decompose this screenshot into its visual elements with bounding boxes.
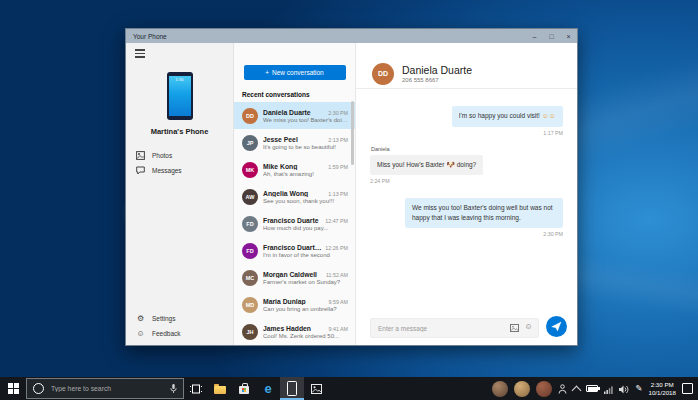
conversation-preview: See you soon, thank you!!! — [263, 198, 348, 204]
avatar: MD — [242, 297, 258, 313]
search-input[interactable] — [49, 384, 165, 393]
conversation-list: + New conversation Recent conversations … — [234, 43, 356, 345]
people-contact-avatar[interactable] — [514, 381, 530, 397]
conversation-time: 1:13 PM — [328, 191, 348, 197]
messages-icon — [136, 166, 145, 175]
conversation-name: Francisco Duarte — [263, 217, 322, 224]
window-title: Your Phone — [133, 33, 167, 40]
conversation-item[interactable]: MD Maria Dunlap9:59 AM Can you bring an … — [234, 291, 355, 318]
sidebar-item-label: Settings — [152, 315, 176, 322]
message-bubble: We miss you too! Baxter's doing well but… — [405, 198, 563, 228]
conversation-preview: Ah, that's amazing! — [263, 171, 348, 177]
taskbar-clock[interactable]: 2:30 PM 10/1/2018 — [648, 381, 676, 397]
contact-name: Daniela Duarte — [402, 64, 472, 76]
start-button[interactable] — [0, 377, 26, 400]
sidebar-item-photos[interactable]: Photos — [126, 148, 233, 163]
sidebar: 1:30 Martina's Phone Photos — [126, 43, 234, 345]
conversation-time: 12:47 PM — [325, 218, 348, 224]
maximize-button[interactable]: □ — [543, 29, 560, 43]
people-contact-avatar[interactable] — [492, 381, 508, 397]
close-button[interactable]: × — [560, 29, 577, 43]
your-phone-app-button[interactable] — [280, 377, 304, 400]
clock-time: 2:30 PM — [648, 381, 676, 389]
scrollbar[interactable] — [351, 101, 354, 165]
plus-icon: + — [265, 69, 269, 76]
conversation-name: Francisco Duarte, Dani... — [263, 244, 322, 251]
taskbar-search[interactable] — [26, 378, 184, 399]
conversation-item[interactable]: FD Francisco Duarte, Dani...12:26 PM I'm… — [234, 237, 355, 264]
conversation-name: Mike Kong — [263, 163, 325, 170]
feedback-smiley-icon: ☺ — [136, 330, 145, 338]
conversation-time: 2:30 PM — [328, 110, 348, 116]
attach-image-icon[interactable] — [510, 318, 519, 336]
phone-screen: 1:30 — [169, 76, 191, 116]
sidebar-item-label: Photos — [152, 152, 172, 159]
conversation-item[interactable]: DD Daniela Duarte2:30 PM We miss you too… — [234, 102, 355, 129]
photos-app-button[interactable] — [304, 377, 328, 400]
conversation-item[interactable]: MK Mike Kong1:59 PM Ah, that's amazing! — [234, 156, 355, 183]
hamburger-menu-icon[interactable] — [135, 49, 145, 58]
phone-graphic: 1:30 — [167, 72, 193, 120]
conversation-item[interactable]: FD Francisco Duarte12:47 PM How much did… — [234, 210, 355, 237]
microsoft-store-button[interactable] — [232, 377, 256, 400]
conversation-item[interactable]: JH James Hadden9:41 AM Cool! Ms. Zenk or… — [234, 318, 355, 345]
conversation-preview: It's going to be so beautiful! — [263, 144, 348, 150]
sidebar-item-messages[interactable]: Messages — [126, 163, 233, 178]
avatar: JH — [242, 324, 258, 340]
titlebar[interactable]: Your Phone – □ × — [126, 29, 577, 43]
show-hidden-icons-chevron[interactable] — [572, 385, 582, 395]
conversation-time: 12:26 PM — [325, 245, 348, 251]
sender-label: Daniela — [371, 146, 390, 152]
avatar: JP — [242, 135, 258, 151]
conversation-preview: We miss you too! Baxter's doing ... — [263, 117, 348, 123]
volume-icon[interactable] — [619, 380, 629, 398]
network-icon[interactable] — [604, 380, 613, 398]
conversation-preview: Cool! Ms. Zenk ordered 50... — [263, 333, 348, 339]
people-contact-avatar[interactable] — [536, 381, 552, 397]
battery-icon[interactable] — [586, 385, 598, 392]
minimize-button[interactable]: – — [526, 29, 543, 43]
conversation-name: Angelia Wong — [263, 190, 325, 197]
conversation-time: 9:41 AM — [329, 326, 348, 332]
phone-icon — [287, 381, 297, 396]
conversation-name: Maria Dunlap — [263, 298, 326, 305]
your-phone-window: Your Phone – □ × 1:30 Martina's Phone — [125, 28, 578, 346]
message-bubble: I'm so happy you could visit! ☺☺ — [452, 106, 563, 127]
action-center-icon[interactable] — [682, 383, 693, 394]
device-name: Martina's Phone — [126, 127, 233, 136]
clock-date: 10/1/2018 — [648, 389, 676, 397]
contact-phone-number: 206 555 8667 — [402, 77, 472, 83]
conversation-item[interactable]: MC Morgan Caldwell11:52 AM Farmer's mark… — [234, 264, 355, 291]
conversation-item[interactable]: AW Angelia Wong1:13 PM See you soon, tha… — [234, 183, 355, 210]
emoji-picker-icon[interactable]: ☺ — [524, 323, 533, 331]
conversation-preview: I'm in favor of the second — [263, 252, 348, 258]
avatar: MK — [242, 162, 258, 178]
microphone-icon[interactable] — [170, 380, 177, 398]
my-people-icon[interactable] — [558, 380, 567, 398]
windows-ink-pen-icon[interactable]: ✎ — [635, 384, 642, 393]
gear-icon: ⚙ — [136, 315, 145, 323]
message-time: 2:30 PM — [543, 231, 563, 237]
send-button[interactable] — [546, 316, 567, 337]
task-view-button[interactable] — [184, 377, 208, 400]
file-explorer-button[interactable] — [208, 377, 232, 400]
conversation-time: 1:59 PM — [328, 164, 348, 170]
conversation-preview: Can you bring an umbrella? — [263, 306, 348, 312]
recent-conversations-label: Recent conversations — [242, 91, 355, 98]
conversation-time: 9:59 AM — [329, 299, 348, 305]
edge-icon: e — [264, 382, 271, 395]
conversation-name: Morgan Caldwell — [263, 271, 323, 278]
photos-icon — [136, 151, 145, 160]
contact-avatar: DD — [372, 63, 394, 85]
message-sent: We miss you too! Baxter's doing well but… — [370, 184, 563, 237]
conversation-item[interactable]: JP Jesse Peel2:13 PM It's going to be so… — [234, 129, 355, 156]
sidebar-item-feedback[interactable]: ☺ Feedback — [126, 326, 233, 341]
edge-browser-button[interactable]: e — [256, 377, 280, 400]
sidebar-item-settings[interactable]: ⚙ Settings — [126, 311, 233, 326]
folder-icon — [214, 386, 226, 394]
chat-panel: DD Daniela Duarte 206 555 8667 I'm so ha… — [356, 43, 577, 345]
taskbar: e ✎ 2:30 PM 10/1/2018 — [0, 377, 698, 400]
conversation-time: 11:52 AM — [326, 272, 348, 278]
message-received: Daniela Miss you! How's Baxter 🐶 doing? … — [370, 136, 563, 185]
new-conversation-button[interactable]: + New conversation — [244, 65, 346, 80]
